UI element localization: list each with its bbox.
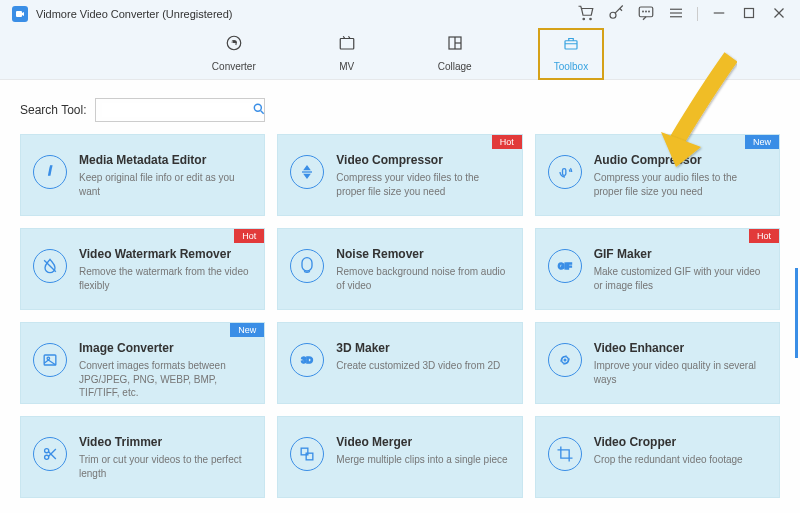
tool-card-image-converter[interactable]: NewImage ConverterConvert images formats…: [20, 322, 265, 404]
card-title: Video Trimmer: [79, 435, 252, 449]
badge-new: New: [230, 323, 264, 337]
tool-card-video-merger[interactable]: Video MergerMerge multiple clips into a …: [277, 416, 522, 498]
card-desc: Improve your video quality in several wa…: [594, 359, 767, 386]
maximize-button[interactable]: [740, 4, 758, 25]
svg-point-5: [643, 11, 644, 12]
tool-card-video-compressor[interactable]: HotVideo CompressorCompress your video f…: [277, 134, 522, 216]
badge-new: New: [745, 135, 779, 149]
card-desc: Compress your video files to the proper …: [336, 171, 509, 198]
tab-toolbox[interactable]: Toolbox: [538, 28, 604, 80]
card-desc: Remove the watermark from the video flex…: [79, 265, 252, 292]
noise-icon: [290, 249, 324, 283]
feedback-icon[interactable]: [637, 4, 655, 25]
card-title: Video Cropper: [594, 435, 767, 449]
image-icon: [33, 343, 67, 377]
card-desc: Trim or cut your videos to the perfect l…: [79, 453, 252, 480]
svg-line-22: [260, 110, 263, 113]
svg-rect-25: [562, 169, 565, 176]
svg-rect-38: [306, 453, 313, 460]
card-body: Video EnhancerImprove your video quality…: [594, 341, 767, 386]
3d-icon: 3D: [290, 343, 324, 377]
card-body: Video TrimmerTrim or cut your videos to …: [79, 435, 252, 480]
svg-point-1: [583, 18, 585, 20]
svg-point-21: [254, 104, 261, 111]
card-body: Audio CompressorCompress your audio file…: [594, 153, 767, 198]
tool-grid: iMedia Metadata EditorKeep original file…: [0, 134, 800, 513]
badge-hot: Hot: [234, 229, 264, 243]
collage-icon: [446, 34, 464, 57]
svg-rect-37: [301, 448, 308, 455]
card-title: Video Watermark Remover: [79, 247, 252, 261]
svg-rect-12: [745, 8, 754, 17]
merge-icon: [290, 437, 324, 471]
search-box[interactable]: [95, 98, 265, 122]
card-title: 3D Maker: [336, 341, 509, 355]
toolbox-icon: [562, 34, 580, 57]
svg-point-32: [564, 359, 566, 361]
cart-icon[interactable]: [577, 4, 595, 25]
gif-icon: GIF: [548, 249, 582, 283]
card-desc: Compress your audio files to the proper …: [594, 171, 767, 198]
card-desc: Keep original file info or edit as you w…: [79, 171, 252, 198]
tab-collage[interactable]: Collage: [422, 28, 488, 80]
watermark-icon: [33, 249, 67, 283]
tool-card-audio-compressor[interactable]: NewAudio CompressorCompress your audio f…: [535, 134, 780, 216]
minimize-button[interactable]: [710, 4, 728, 25]
card-body: Video Watermark RemoverRemove the waterm…: [79, 247, 252, 292]
svg-text:GIF: GIF: [558, 261, 572, 271]
enhance-icon: [548, 343, 582, 377]
menu-icon[interactable]: [667, 4, 685, 25]
tool-card-video-enhancer[interactable]: Video EnhancerImprove your video quality…: [535, 322, 780, 404]
card-title: Video Merger: [336, 435, 509, 449]
tab-mv[interactable]: MV: [322, 28, 372, 80]
badge-hot: Hot: [749, 229, 779, 243]
card-desc: Remove background noise from audio of vi…: [336, 265, 509, 292]
card-desc: Crop the redundant video footage: [594, 453, 767, 467]
search-row: Search Tool:: [0, 80, 800, 134]
tool-card-video-trimmer[interactable]: Video TrimmerTrim or cut your videos to …: [20, 416, 265, 498]
card-body: Noise RemoverRemove background noise fro…: [336, 247, 509, 292]
audio-icon: [548, 155, 582, 189]
svg-rect-0: [16, 11, 22, 17]
card-body: Image ConverterConvert images formats be…: [79, 341, 252, 400]
tab-label: Collage: [438, 61, 472, 72]
search-input[interactable]: [102, 103, 252, 117]
card-title: Image Converter: [79, 341, 252, 355]
card-title: GIF Maker: [594, 247, 767, 261]
mv-icon: [338, 34, 356, 57]
tool-card-video-cropper[interactable]: Video CropperCrop the redundant video fo…: [535, 416, 780, 498]
tab-label: MV: [339, 61, 354, 72]
card-desc: Convert images formats between JPG/JPEG,…: [79, 359, 252, 400]
svg-rect-20: [565, 40, 577, 48]
card-title: Noise Remover: [336, 247, 509, 261]
tool-card-3d-maker[interactable]: 3D3D MakerCreate customized 3D video fro…: [277, 322, 522, 404]
divider: [697, 7, 698, 21]
title-bar: Vidmore Video Converter (Unregistered): [0, 0, 800, 28]
app-title: Vidmore Video Converter (Unregistered): [36, 8, 232, 20]
card-body: Video CropperCrop the redundant video fo…: [594, 435, 767, 467]
tab-label: Converter: [212, 61, 256, 72]
tool-card-noise-remover[interactable]: Noise RemoverRemove background noise fro…: [277, 228, 522, 310]
tool-card-media-metadata-editor[interactable]: iMedia Metadata EditorKeep original file…: [20, 134, 265, 216]
search-icon[interactable]: [252, 102, 266, 119]
card-body: Video MergerMerge multiple clips into a …: [336, 435, 509, 467]
card-title: Video Compressor: [336, 153, 509, 167]
close-button[interactable]: [770, 4, 788, 25]
card-desc: Make customized GIF with your video or i…: [594, 265, 767, 292]
card-title: Video Enhancer: [594, 341, 767, 355]
scroll-indicator[interactable]: [795, 268, 798, 358]
key-icon[interactable]: [607, 4, 625, 25]
tool-card-video-watermark-remover[interactable]: HotVideo Watermark RemoverRemove the wat…: [20, 228, 265, 310]
app-logo-icon: [12, 6, 28, 22]
compress-icon: [290, 155, 324, 189]
search-label: Search Tool:: [20, 103, 87, 117]
tool-card-gif-maker[interactable]: HotGIFGIF MakerMake customized GIF with …: [535, 228, 780, 310]
converter-icon: [225, 34, 243, 57]
card-title: Audio Compressor: [594, 153, 767, 167]
tab-label: Toolbox: [554, 61, 588, 72]
main-tabs: Converter MV Collage Toolbox: [0, 28, 800, 80]
card-body: GIF MakerMake customized GIF with your v…: [594, 247, 767, 292]
tab-converter[interactable]: Converter: [196, 28, 272, 80]
svg-point-2: [590, 18, 592, 20]
trim-icon: [33, 437, 67, 471]
